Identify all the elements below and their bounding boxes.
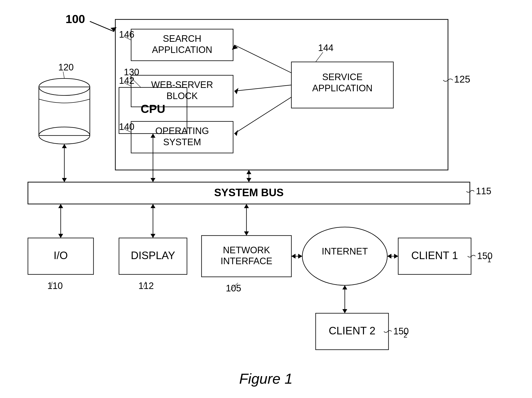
svg-marker-26 [246, 178, 251, 182]
svg-marker-22 [151, 134, 155, 138]
figure-caption: Figure 1 [239, 371, 293, 387]
svg-marker-23 [151, 178, 155, 182]
network-interface-label-1: NETWORK [223, 245, 270, 255]
svg-marker-47 [342, 309, 347, 313]
system-bus-label: SYSTEM BUS [214, 186, 284, 198]
svg-line-9 [316, 52, 323, 62]
svg-text:APPLICATION: APPLICATION [312, 83, 372, 93]
svg-line-12 [234, 85, 291, 91]
ref-112: 112 [138, 281, 154, 291]
svg-marker-38 [244, 231, 249, 236]
network-interface-label-2: INTERFACE [220, 256, 272, 266]
ref-144: 144 [318, 43, 333, 53]
svg-marker-43 [387, 254, 391, 259]
search-app-label: SEARCH [163, 34, 201, 44]
ref-146: 146 [119, 29, 134, 40]
svg-marker-19 [62, 144, 67, 148]
svg-text:SYSTEM: SYSTEM [163, 137, 201, 147]
svg-marker-29 [58, 204, 63, 208]
ref-110: 110 [47, 281, 63, 291]
ref-120: 120 [58, 62, 74, 72]
svg-marker-46 [342, 285, 347, 289]
internet-label: INTERNET [322, 246, 368, 256]
ref-140: 140 [119, 122, 134, 132]
svg-marker-25 [246, 170, 251, 174]
svg-marker-33 [151, 204, 155, 208]
svg-marker-34 [151, 234, 155, 238]
web-server-label: WEB-SERVER [151, 80, 213, 90]
ref-150-1-sub: 1 [487, 256, 491, 264]
svg-marker-41 [298, 254, 302, 259]
diagram-container: 100 125 SEARCH APPLICATION 146 WEB-SERVE… [0, 0, 532, 398]
service-app-label: SERVICE [322, 72, 363, 82]
svg-marker-44 [394, 254, 398, 259]
cpu-label: CPU [141, 102, 165, 115]
io-label: I/O [54, 249, 68, 261]
ref-130: 130 [124, 67, 139, 77]
svg-text:BLOCK: BLOCK [167, 91, 198, 101]
client1-label: CLIENT 1 [411, 249, 458, 261]
os-label: OPERATING [155, 126, 209, 136]
display-label: DISPLAY [131, 249, 175, 261]
svg-marker-37 [244, 204, 249, 208]
svg-line-0 [90, 21, 114, 32]
svg-marker-40 [291, 254, 296, 259]
svg-line-14 [234, 97, 291, 134]
ref-105: 105 [226, 283, 241, 293]
ref-150-2-sub: 2 [404, 331, 407, 339]
ref-100: 100 [66, 13, 85, 25]
storage-body [39, 87, 90, 135]
ref-125: 125 [454, 74, 470, 85]
svg-marker-30 [58, 234, 63, 238]
svg-line-16 [63, 72, 64, 78]
client2-label: CLIENT 2 [329, 325, 375, 337]
svg-marker-13 [234, 88, 238, 94]
svg-marker-20 [62, 178, 67, 182]
ref-115: 115 [476, 186, 491, 196]
svg-text:APPLICATION: APPLICATION [152, 45, 212, 55]
svg-line-10 [234, 45, 291, 73]
